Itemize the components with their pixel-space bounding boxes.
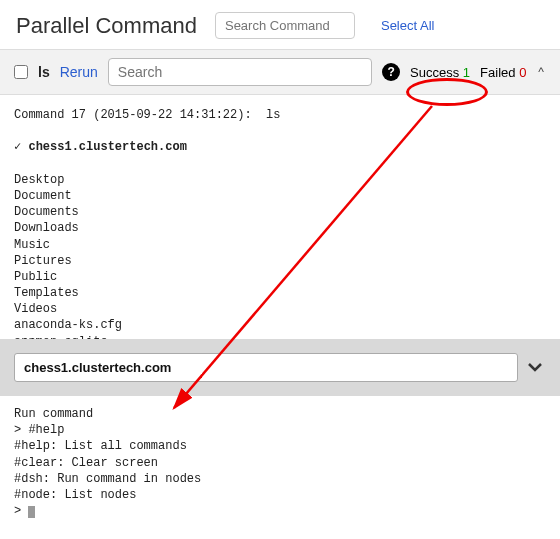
check-icon: ✓ [14,140,21,154]
success-label: Success [410,65,459,80]
search-command-input[interactable] [215,12,355,39]
output-header: Command 17 (2015-09-22 14:31:22): ls [14,108,280,122]
header: Parallel Command Select All [0,0,560,49]
failed-count: 0 [519,65,526,80]
select-all-link[interactable]: Select All [381,18,434,33]
output-body: Desktop Document Documents Downloads Mus… [14,173,122,339]
command-name-label: ls [38,64,50,80]
node-input[interactable] [14,353,518,382]
select-checkbox[interactable] [14,65,28,79]
help-icon[interactable]: ? [382,63,400,81]
success-count: 1 [463,65,470,80]
terminal-text: Run command > #help #help: List all comm… [14,407,201,518]
rerun-link[interactable]: Rerun [60,64,98,80]
node-selector-bar [0,339,560,396]
terminal-cursor [28,506,35,518]
host-line: ✓ chess1.clustertech.com [14,140,187,154]
command-output: Command 17 (2015-09-22 14:31:22): ls ✓ c… [0,95,560,339]
command-toolbar: ls Rerun ? Success 1 Failed 0 ^ [0,49,560,95]
search-output-input[interactable] [108,58,372,86]
collapse-toggle[interactable]: ^ [536,65,546,79]
host-name: chess1.clustertech.com [28,140,186,154]
failed-label: Failed [480,65,515,80]
success-status: Success 1 [410,65,470,80]
page-title: Parallel Command [16,13,197,39]
failed-status: Failed 0 [480,65,526,80]
terminal[interactable]: Run command > #help #help: List all comm… [0,396,560,529]
chevron-down-icon[interactable] [524,357,546,378]
